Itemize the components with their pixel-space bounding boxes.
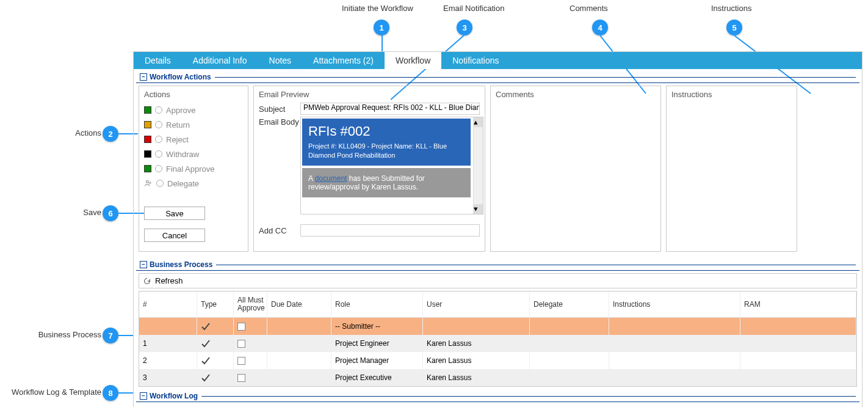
col-must[interactable]: All Must Approve	[234, 292, 267, 317]
cell-delegate	[530, 352, 609, 369]
delegate-radio[interactable]	[156, 180, 164, 187]
table-row[interactable]: 1 Project Engineer Karen Lassus	[139, 335, 856, 352]
callout-6-bubble: 6	[103, 205, 118, 221]
checkbox[interactable]	[237, 323, 245, 331]
callout-7-line	[118, 335, 133, 336]
section-divider	[201, 396, 856, 397]
callout-5-label: Instructions	[711, 4, 751, 13]
collapse-icon[interactable]: −	[140, 73, 147, 81]
col-user[interactable]: User	[423, 292, 530, 317]
tab-workflow[interactable]: Workflow	[385, 52, 441, 69]
svg-point-3	[146, 180, 148, 183]
approve-label: Approve	[166, 106, 195, 115]
cell-instructions	[609, 335, 740, 352]
withdraw-radio[interactable]	[155, 150, 162, 158]
cell-instructions	[609, 369, 740, 386]
cell-type	[197, 369, 234, 386]
return-radio[interactable]	[155, 121, 162, 128]
tab-additional[interactable]: Additional Info	[182, 52, 258, 69]
action-withdraw[interactable]: Withdraw	[144, 147, 243, 161]
cell-must	[234, 318, 267, 335]
refresh-icon[interactable]	[143, 277, 151, 285]
final-radio[interactable]	[155, 165, 162, 172]
section-divider	[215, 77, 856, 78]
comments-title: Comments	[496, 90, 656, 99]
col-type[interactable]: Type	[197, 292, 234, 317]
scroll-down-icon[interactable]: ▾	[474, 204, 483, 214]
collapse-icon[interactable]: −	[140, 392, 147, 400]
cell-type	[197, 318, 234, 335]
col-role[interactable]: Role	[331, 292, 423, 317]
section-workflow-actions[interactable]: − Workflow Actions	[136, 72, 859, 83]
callout-7-bubble: 7	[103, 328, 118, 343]
rfi-note-prefix: A	[308, 174, 315, 183]
cell-ram	[740, 335, 856, 352]
cell-role: Project Executive	[331, 369, 423, 386]
callout-8-bubble: 8	[103, 385, 118, 401]
checkbox[interactable]	[237, 374, 245, 382]
callout-5-bubble: 5	[726, 20, 742, 35]
reject-radio[interactable]	[155, 136, 162, 143]
refresh-label[interactable]: Refresh	[155, 276, 183, 285]
reject-color-icon	[144, 136, 151, 143]
rfi-document-link[interactable]: document	[315, 174, 347, 183]
email-body-label: Email Body	[259, 117, 300, 127]
cell-num: 2	[139, 352, 197, 369]
col-instructions[interactable]: Instructions	[609, 292, 740, 317]
section-workflow-log[interactable]: − Workflow Log	[136, 391, 859, 402]
action-final-approve[interactable]: Final Approve	[144, 161, 243, 176]
callout-8-label: Workflow Log & Template	[5, 387, 101, 397]
cell-instructions	[609, 352, 740, 369]
cell-role: Project Engineer	[331, 335, 423, 352]
collapse-icon[interactable]: −	[140, 261, 147, 268]
subject-input[interactable]: PMWeb Approval Request: RFIs 002 - KLL -…	[300, 103, 480, 115]
section-business-process[interactable]: − Business Process	[136, 259, 859, 271]
cell-type	[197, 352, 234, 369]
action-delegate[interactable]: Delegate	[144, 176, 243, 191]
instructions-title: Instructions	[671, 90, 792, 99]
cell-due	[267, 335, 331, 352]
tab-attachments[interactable]: Attachments (2)	[302, 52, 385, 69]
cell-num: 1	[139, 335, 197, 352]
approve-radio[interactable]	[155, 106, 162, 114]
table-row[interactable]: 2 Project Manager Karen Lassus	[139, 352, 856, 369]
rfi-note: A document has been Submitted for review…	[302, 168, 471, 197]
action-approve[interactable]: Approve	[144, 103, 243, 117]
cell-user: Karen Lassus	[423, 369, 530, 386]
table-row[interactable]: -- Submitter --	[139, 318, 856, 335]
save-button[interactable]: Save	[144, 207, 205, 220]
checkbox[interactable]	[237, 357, 245, 365]
actions-title: Actions	[144, 90, 243, 99]
scroll-up-icon[interactable]: ▴	[474, 117, 483, 127]
callout-6-label: Save	[81, 208, 101, 217]
email-scrollbar[interactable]: ▴ ▾	[473, 117, 483, 214]
rfi-header: RFIs #002 Project #: KLL0409 - Project N…	[302, 119, 471, 166]
tab-notifications[interactable]: Notifications	[441, 52, 510, 69]
col-num[interactable]: #	[139, 292, 197, 317]
section-title: Workflow Actions	[150, 73, 211, 81]
rfi-title: RFIs #002	[308, 123, 465, 139]
return-label: Return	[166, 120, 190, 130]
col-due[interactable]: Due Date	[267, 292, 331, 317]
action-reject[interactable]: Reject	[144, 132, 243, 147]
tab-notes[interactable]: Notes	[258, 52, 303, 69]
action-return[interactable]: Return	[144, 117, 243, 132]
table-row[interactable]: 3 Project Executive Karen Lassus	[139, 369, 856, 386]
callout-3-bubble: 3	[457, 20, 472, 35]
instructions-panel: Instructions	[666, 86, 797, 252]
cancel-button[interactable]: Cancel	[144, 229, 205, 242]
addcc-input[interactable]	[300, 224, 480, 237]
callout-2-label: Actions	[71, 128, 101, 138]
addcc-label: Add CC	[259, 226, 300, 235]
comments-panel[interactable]: Comments	[490, 86, 661, 252]
checkbox[interactable]	[237, 340, 245, 348]
email-body-box[interactable]: ▴ ▾ RFIs #002 Project #: KLL0409 - Proje…	[300, 117, 483, 215]
cell-due	[267, 318, 331, 335]
col-ram[interactable]: RAM	[740, 292, 856, 317]
col-delegate[interactable]: Delegate	[530, 292, 609, 317]
tab-details[interactable]: Details	[134, 52, 182, 69]
callout-2-bubble: 2	[103, 126, 118, 142]
delegate-icon	[144, 179, 153, 188]
cell-must	[234, 335, 267, 352]
cell-type	[197, 335, 234, 352]
